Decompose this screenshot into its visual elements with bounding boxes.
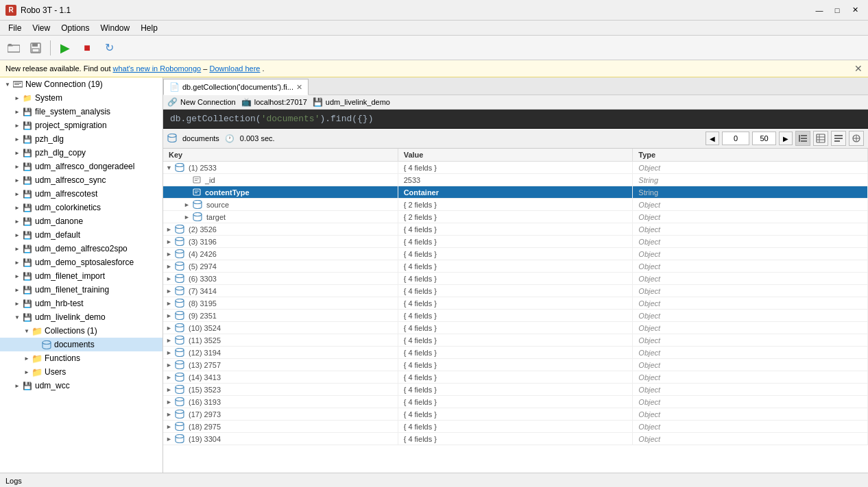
whats-new-link[interactable]: what's new in Robomongo (113, 64, 202, 73)
table-row[interactable]: ► (12) 3194 { 4 fields } Object (163, 347, 868, 359)
expand-icon[interactable]: ► (166, 251, 173, 258)
close-button[interactable]: ✕ (847, 3, 863, 18)
tab-close-button[interactable]: ✕ (296, 83, 302, 92)
new-connection-item[interactable]: 🔗 New Connection (167, 97, 236, 107)
minimize-button[interactable]: — (812, 3, 827, 18)
table-row[interactable]: ▼ (1) 2533 { 4 fields } Object (163, 162, 868, 174)
expand-icon[interactable]: ► (166, 411, 173, 418)
page-size-input[interactable] (752, 132, 776, 145)
expand-icon[interactable]: ► (166, 349, 173, 356)
sidebar-item-udm-livelink-demo[interactable]: ▼ 💾 udm_livelink_demo (0, 310, 162, 324)
sidebar-item-functions[interactable]: ► 📁 Functions (0, 351, 162, 365)
menu-window[interactable]: Window (95, 22, 136, 34)
sidebar-item-file-system-analysis[interactable]: ► 💾 file_system_analysis (0, 105, 162, 118)
expand-icon[interactable]: ► (166, 288, 173, 295)
sidebar-item-udm-filenet-import[interactable]: ► 💾 udm_filenet_import (0, 269, 162, 283)
expand-icon[interactable]: ► (166, 423, 173, 430)
expand-icon[interactable]: ► (166, 325, 173, 332)
table-row[interactable]: ► (13) 2757 { 4 fields } Object (163, 359, 868, 371)
table-row[interactable]: ► (6) 3303 { 4 fields } Object (163, 273, 868, 285)
query-editor[interactable]: db.getCollection('documents').find({}) (163, 110, 868, 129)
table-row[interactable]: ► (17) 2973 { 4 fields } Object (163, 408, 868, 421)
stop-button[interactable]: ■ (77, 38, 97, 58)
sidebar-item-documents[interactable]: ► documents (0, 338, 162, 351)
table-row[interactable]: ► (3) 3196 { 4 fields } Object (163, 236, 868, 248)
table-row[interactable]: ► (8) 3195 { 4 fields } Object (163, 297, 868, 310)
sidebar-item-collections[interactable]: ▼ 📁 Collections (1) (0, 324, 162, 338)
table-row[interactable]: ► (16) 3193 { 4 fields } Object (163, 396, 868, 408)
custom-view-button[interactable] (849, 131, 864, 146)
download-link[interactable]: Download here (209, 64, 260, 73)
expand-icon[interactable]: ► (166, 374, 173, 381)
sidebar-item-pzh-dlg[interactable]: ► 💾 pzh_dlg (0, 132, 162, 146)
db-item[interactable]: 💾 udm_livelink_demo (313, 97, 390, 107)
table-row[interactable]: ► (9) 2351 { 4 fields } Object (163, 310, 868, 322)
next-page-button[interactable]: ▶ (779, 132, 793, 145)
table-row[interactable]: ► (7) 3414 { 4 fields } Object (163, 285, 868, 297)
table-row[interactable]: ► source { 2 fields } Object (163, 199, 868, 211)
expand-icon[interactable]: ► (166, 300, 173, 307)
table-row[interactable]: ► contentType Container String (163, 186, 868, 199)
sidebar-item-project-spmigration[interactable]: ► 💾 project_spmigration (0, 118, 162, 132)
expand-icon[interactable]: ► (166, 436, 173, 442)
expand-icon[interactable]: ► (184, 201, 191, 208)
menu-help[interactable]: Help (135, 22, 163, 34)
page-input[interactable] (722, 132, 749, 145)
sidebar-item-system[interactable]: ► 📁 System (0, 91, 162, 105)
connection-root[interactable]: ▼ New Connection (19) (0, 77, 162, 91)
expand-icon[interactable]: ► (166, 312, 173, 319)
expand-icon[interactable]: ► (166, 275, 173, 282)
table-view-button[interactable] (813, 131, 828, 146)
table-row[interactable]: ► (15) 3523 { 4 fields } Object (163, 384, 868, 396)
maximize-button[interactable]: □ (830, 3, 845, 18)
table-row[interactable]: ► (18) 2975 { 4 fields } Object (163, 421, 868, 433)
menu-file[interactable]: File (3, 22, 27, 34)
table-row[interactable]: ► (2) 3526 { 4 fields } Object (163, 223, 868, 236)
sidebar-item-udm-demo-sptosalesforce[interactable]: ► 💾 udm_demo_sptosalesforce (0, 255, 162, 269)
expand-icon[interactable]: ► (166, 337, 173, 344)
server-item[interactable]: 📺 localhost:27017 (241, 97, 307, 107)
sidebar-item-udm-default[interactable]: ► 💾 udm_default (0, 228, 162, 242)
sidebar-item-udm-colorkinetics[interactable]: ► 💾 udm_colorkinetics (0, 201, 162, 214)
query-tab[interactable]: 📄 db.getCollection('documents').fi... ✕ (163, 79, 309, 95)
sidebar-item-users[interactable]: ► 📁 Users (0, 365, 162, 379)
sidebar-item-udm-wcc[interactable]: ► 💾 udm_wcc (0, 379, 162, 392)
logs-label[interactable]: Logs (5, 477, 22, 485)
sidebar-item-udm-alfresco-sync[interactable]: ► 💾 udm_alfresco_sync (0, 173, 162, 187)
expand-icon[interactable]: ► (166, 386, 173, 393)
sidebar-item-udm-filenet-training[interactable]: ► 💾 udm_filenet_training (0, 283, 162, 297)
type-text: Object (638, 349, 660, 357)
open-folder-button[interactable] (4, 38, 23, 58)
sidebar-item-udm-hrb-test[interactable]: ► 💾 udm_hrb-test (0, 297, 162, 310)
expand-icon[interactable]: ► (166, 362, 173, 369)
table-row[interactable]: ► (10) 3524 { 4 fields } Object (163, 322, 868, 334)
sidebar-item-udm-demo-alfresco2spo[interactable]: ► 💾 udm_demo_alfresco2spo (0, 242, 162, 255)
expand-icon[interactable]: ► (184, 214, 191, 221)
sidebar-item-udm-alfresco-dongeradeel[interactable]: ► 💾 udm_alfresco_dongeradeel (0, 160, 162, 173)
sidebar-item-udm-danone[interactable]: ► 💾 udm_danone (0, 214, 162, 228)
value-cell: { 4 fields } (398, 236, 634, 247)
tree-view-button[interactable] (795, 131, 810, 146)
expand-icon[interactable]: ► (166, 263, 173, 270)
save-button[interactable] (26, 38, 45, 58)
expand-icon[interactable]: ► (166, 399, 173, 405)
table-row[interactable]: ► (5) 2974 { 4 fields } Object (163, 260, 868, 273)
expand-icon[interactable]: ► (166, 226, 173, 233)
sidebar-item-udm-alfrescotest[interactable]: ► 💾 udm_alfrescotest (0, 187, 162, 201)
table-row[interactable]: ► (4) 2426 { 4 fields } Object (163, 248, 868, 260)
sidebar-item-pzh-dlg-copy[interactable]: ► 💾 pzh_dlg_copy (0, 146, 162, 160)
expand-icon[interactable]: ▼ (166, 164, 173, 171)
menu-view[interactable]: View (27, 22, 56, 34)
menu-options[interactable]: Options (56, 22, 95, 34)
table-row[interactable]: ► _id 2533 String (163, 174, 868, 186)
refresh-button[interactable]: ↻ (99, 38, 119, 58)
notification-close-button[interactable]: ✕ (854, 63, 863, 74)
text-view-button[interactable] (831, 131, 846, 146)
table-row[interactable]: ► (14) 3413 { 4 fields } Object (163, 371, 868, 384)
table-row[interactable]: ► target { 2 fields } Object (163, 211, 868, 223)
execute-button[interactable]: ▶ (56, 38, 75, 58)
table-row[interactable]: ► (19) 3304 { 4 fields } Object (163, 433, 868, 445)
prev-page-button[interactable]: ◀ (706, 132, 719, 145)
expand-icon[interactable]: ► (166, 238, 173, 245)
table-row[interactable]: ► (11) 3525 { 4 fields } Object (163, 334, 868, 347)
